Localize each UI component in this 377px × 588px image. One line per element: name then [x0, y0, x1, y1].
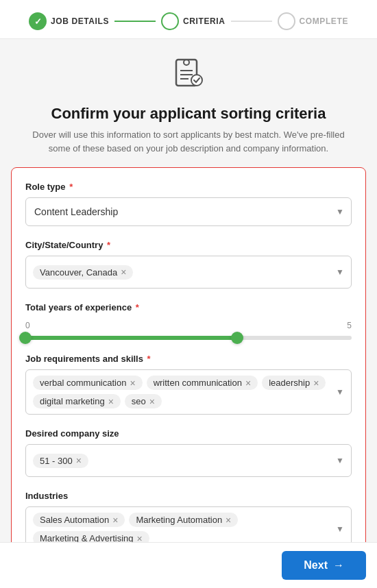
company-size-label: Desired company size — [25, 428, 352, 439]
page-title: Confirm your applicant sorting criteria — [51, 105, 326, 123]
step-line-1 — [114, 21, 156, 22]
company-size-field-group: Desired company size 51 - 300 × ▼ — [25, 428, 352, 477]
role-type-label: Role type * — [25, 182, 352, 192]
remove-company-size-button[interactable]: × — [76, 456, 82, 465]
step-circle-criteria — [161, 12, 179, 30]
slider-fill — [25, 336, 237, 340]
arrow-right-icon: → — [333, 559, 344, 572]
remove-seo-button[interactable]: × — [149, 397, 155, 406]
next-button[interactable]: Next → — [282, 551, 366, 580]
remove-verbal-button[interactable]: × — [130, 378, 135, 388]
slider-max-label: 5 — [347, 321, 352, 330]
page-subtitle: Dover will use this information to sort … — [31, 128, 346, 155]
industry-tag-sales-automation: Sales Automation × — [33, 513, 125, 527]
form-card: Role type * Content Leadership ▼ City/St… — [11, 167, 366, 588]
chevron-down-icon: ▼ — [336, 524, 344, 534]
step-line-2 — [231, 21, 272, 22]
slider-min-label: 0 — [25, 321, 30, 330]
role-type-dropdown[interactable]: Content Leadership ▼ — [25, 197, 352, 226]
slider-thumb-max[interactable] — [231, 332, 243, 344]
industry-tag-marketing-automation: Marketing Automation × — [129, 513, 238, 527]
skills-label: Job requirements and skills * — [25, 354, 352, 364]
experience-label: Total years of experience * — [25, 302, 352, 313]
step-job-details: ✓ JOB DETAILS — [29, 12, 109, 30]
step-circle-complete — [278, 12, 295, 30]
skill-tag-leadership: leadership × — [262, 376, 326, 390]
step-criteria: CRITERIA — [161, 12, 225, 30]
step-complete: COMPLETE — [278, 12, 348, 30]
skills-field-group: Job requirements and skills * verbal com… — [25, 354, 352, 415]
remove-leadership-button[interactable]: × — [313, 378, 319, 388]
skill-tag-digital-marketing: digital marketing × — [33, 394, 121, 408]
step-label-complete: COMPLETE — [300, 16, 348, 26]
chevron-down-icon: ▼ — [336, 207, 344, 217]
remove-digital-marketing-button[interactable]: × — [108, 397, 114, 406]
skill-tag-verbal: verbal communication × — [33, 376, 143, 390]
experience-slider[interactable]: 0 5 — [25, 318, 352, 340]
next-button-container: Next → — [0, 542, 377, 588]
industries-label: Industries — [25, 491, 352, 501]
skill-tag-written: written communication × — [147, 376, 258, 390]
remove-vancouver-button[interactable]: × — [121, 267, 126, 277]
page-container: ✓ JOB DETAILS CRITERIA COMPLETE — [0, 0, 377, 588]
location-field-group: City/State/Country * Vancouver, Canada ×… — [25, 240, 352, 289]
header-section: Confirm your applicant sorting criteria … — [11, 39, 366, 167]
criteria-icon — [171, 56, 206, 98]
remove-marketing-automation-button[interactable]: × — [226, 515, 231, 525]
remove-sales-automation-button[interactable]: × — [112, 515, 118, 525]
company-size-tag: 51 - 300 × — [33, 454, 88, 468]
slider-track[interactable] — [25, 336, 352, 340]
experience-field-group: Total years of experience * 0 5 — [25, 302, 352, 340]
content-area: Confirm your applicant sorting criteria … — [0, 39, 377, 588]
skill-tag-seo: seo × — [125, 394, 162, 408]
slider-thumb-min[interactable] — [19, 332, 32, 344]
location-tags-input[interactable]: Vancouver, Canada × ▼ — [25, 256, 352, 289]
location-label: City/State/Country * — [25, 240, 352, 250]
svg-point-5 — [191, 75, 202, 86]
stepper: ✓ JOB DETAILS CRITERIA COMPLETE — [0, 0, 377, 39]
chevron-down-icon: ▼ — [336, 267, 344, 277]
role-type-field-group: Role type * Content Leadership ▼ — [25, 182, 352, 226]
step-label-criteria: CRITERIA — [183, 16, 225, 26]
location-tag-vancouver: Vancouver, Canada × — [33, 265, 133, 280]
step-circle-job-details: ✓ — [29, 12, 47, 30]
company-size-dropdown[interactable]: 51 - 300 × ▼ — [25, 444, 352, 477]
chevron-down-icon: ▼ — [336, 387, 344, 397]
skills-tags-input[interactable]: verbal communication × written communica… — [25, 369, 352, 415]
step-label-job-details: JOB DETAILS — [51, 16, 109, 26]
chevron-down-icon: ▼ — [336, 456, 344, 465]
remove-written-button[interactable]: × — [245, 378, 251, 388]
